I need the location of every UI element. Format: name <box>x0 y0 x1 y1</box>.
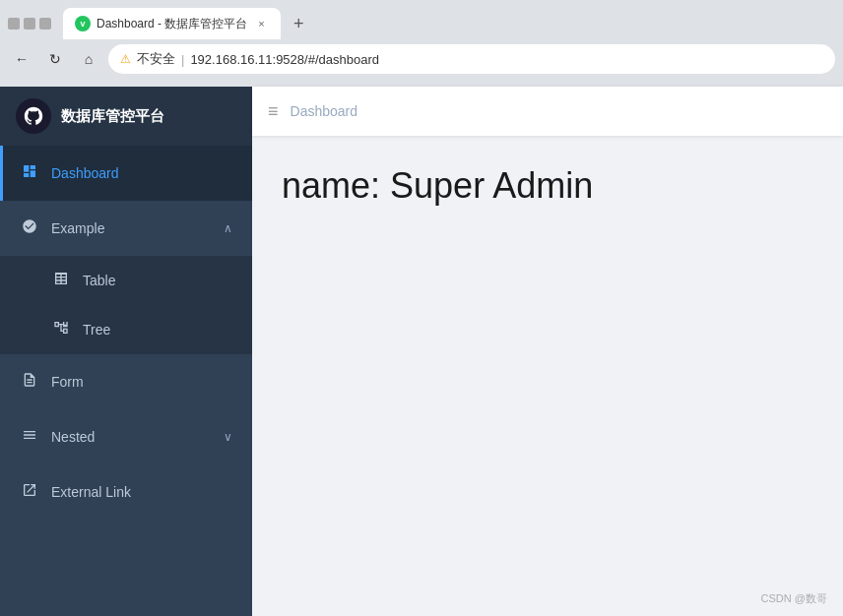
app-layout: 数据库管控平台 Dashboard Example ∧ <box>0 87 843 616</box>
nested-icon <box>20 427 39 447</box>
address-bar-row: ← ↻ ⌂ ⚠ 不安全 | 192.168.16.11:9528/#/dashb… <box>0 39 843 79</box>
tab-title: Dashboard - 数据库管控平台 <box>97 16 247 32</box>
nested-expand-arrow: ∨ <box>224 430 232 444</box>
new-tab-button[interactable]: + <box>285 10 312 37</box>
back-button[interactable]: ← <box>8 45 35 73</box>
sidebar-header: 数据库管控平台 <box>0 87 252 146</box>
sidebar-item-external-link-label: External Link <box>51 484 232 500</box>
tab-bar: v Dashboard - 数据库管控平台 × + <box>0 0 843 39</box>
refresh-button[interactable]: ↻ <box>41 45 69 73</box>
sidebar-title: 数据库管控平台 <box>61 107 164 126</box>
sidebar-item-tree[interactable]: Tree <box>0 305 252 354</box>
tab-close-button[interactable]: × <box>253 16 269 31</box>
hamburger-icon[interactable]: ≡ <box>268 101 279 122</box>
watermark: CSDN @数哥 <box>761 591 827 606</box>
table-icon <box>51 271 71 290</box>
logo-icon <box>23 105 44 127</box>
separator: | <box>181 52 184 67</box>
main-content: ≡ Dashboard name: Super Admin CSDN @数哥 <box>252 87 843 616</box>
address-box[interactable]: ⚠ 不安全 | 192.168.16.11:9528/#/dashboard <box>108 44 835 74</box>
form-icon <box>20 372 39 392</box>
home-button[interactable]: ⌂ <box>75 45 102 73</box>
sidebar-item-nested[interactable]: Nested ∨ <box>0 409 252 464</box>
warning-icon: ⚠ <box>120 52 131 66</box>
sidebar-nav: Dashboard Example ∧ Table <box>0 146 252 616</box>
breadcrumb: Dashboard <box>291 103 358 119</box>
sidebar-item-example[interactable]: Example ∧ <box>0 201 252 256</box>
sidebar-item-form[interactable]: Form <box>0 354 252 409</box>
page-title: name: Super Admin <box>282 165 813 207</box>
sidebar-item-dashboard[interactable]: Dashboard <box>0 146 252 201</box>
tree-icon <box>51 320 71 339</box>
sidebar-item-nested-label: Nested <box>51 429 212 445</box>
sidebar: 数据库管控平台 Dashboard Example ∧ <box>0 87 252 616</box>
external-link-icon <box>20 482 39 502</box>
sidebar-item-external-link[interactable]: External Link <box>0 464 252 520</box>
browser-chrome: v Dashboard - 数据库管控平台 × + ← ↻ ⌂ ⚠ 不安全 | … <box>0 0 843 87</box>
page-body: name: Super Admin CSDN @数哥 <box>252 136 843 616</box>
dashboard-icon <box>20 163 39 183</box>
sidebar-item-table[interactable]: Table <box>0 256 252 305</box>
sidebar-item-example-label: Example <box>51 220 212 236</box>
insecure-label: 不安全 <box>137 50 175 68</box>
sidebar-logo <box>16 98 51 134</box>
active-tab[interactable]: v Dashboard - 数据库管控平台 × <box>63 8 281 39</box>
sidebar-item-tree-label: Tree <box>83 322 110 338</box>
sidebar-item-table-label: Table <box>83 273 115 288</box>
sidebar-item-dashboard-label: Dashboard <box>51 165 232 181</box>
example-icon <box>20 218 39 238</box>
window-controls <box>8 18 51 30</box>
tab-favicon: v <box>75 16 91 31</box>
address-text: 192.168.16.11:9528/#/dashboard <box>190 52 379 67</box>
topbar: ≡ Dashboard <box>252 87 843 136</box>
window-minimize-button[interactable] <box>8 18 20 30</box>
sidebar-item-form-label: Form <box>51 374 232 390</box>
window-maximize-button[interactable] <box>24 18 35 30</box>
window-close-button[interactable] <box>39 18 51 30</box>
example-collapse-arrow: ∧ <box>224 221 232 235</box>
